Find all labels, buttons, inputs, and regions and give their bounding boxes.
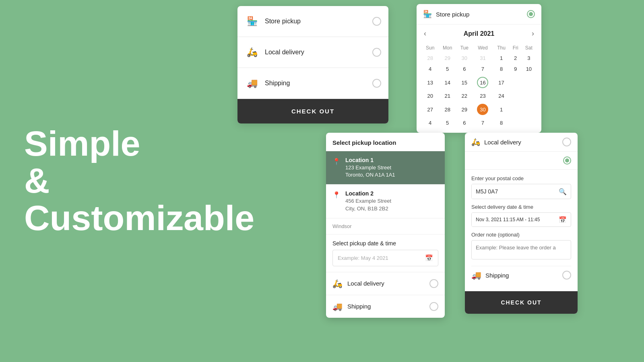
cal-day[interactable]: 7 — [473, 64, 493, 74]
cal-day[interactable]: 28 — [422, 53, 438, 63]
cal-day[interactable]: 1 — [493, 102, 509, 117]
local-delivery-label-p3: Local delivery — [347, 280, 429, 287]
hero-text: Simple & Customizable — [24, 125, 258, 237]
cal-day[interactable]: 22 — [457, 91, 472, 101]
postal-code-input-row[interactable]: 🔍 — [471, 184, 571, 199]
p4-local-delivery-row[interactable]: 🛵 Local delivery — [465, 133, 578, 152]
cal-day[interactable]: 2 — [510, 53, 521, 63]
cal-day[interactable]: 30 — [457, 53, 472, 63]
cal-day[interactable]: 15 — [457, 75, 472, 90]
date-time-section: Select pickup date & time Example: May 4… — [326, 234, 445, 272]
cal-mon: Mon — [439, 43, 456, 52]
local-delivery-radio-p3[interactable] — [429, 279, 438, 288]
local-delivery-radio[interactable] — [372, 48, 381, 57]
prev-month-button[interactable]: ‹ — [421, 29, 429, 39]
calendar: ‹ April 2021 › Sun Mon Tue Wed Thu Fri S… — [417, 25, 541, 133]
cal-day-selected[interactable]: 30 — [473, 102, 493, 117]
calendar-input-icon: 📅 — [555, 216, 571, 224]
shipping-radio-p3[interactable] — [429, 302, 438, 311]
delivery-date-input-row[interactable]: 📅 — [471, 212, 571, 227]
local-delivery-option[interactable]: 🛵 Local delivery — [237, 37, 388, 68]
shipping-option[interactable]: 🚚 Shipping — [237, 68, 388, 99]
cal-day[interactable]: 6 — [457, 64, 472, 74]
shipping-row-p3[interactable]: 🚚 Shipping — [326, 295, 445, 318]
p4-selected-option-row[interactable] — [465, 152, 578, 170]
store-pickup-radio[interactable] — [372, 17, 381, 26]
cal-day[interactable]: 8 — [493, 118, 509, 128]
cal-day[interactable] — [522, 102, 536, 117]
cal-day[interactable]: 29 — [457, 102, 472, 117]
checkout-button-p4[interactable]: CHECK OUT — [465, 291, 578, 314]
calendar-grid: Sun Mon Tue Wed Thu Fri Sat 28 29 30 31 … — [421, 43, 537, 129]
cal-day[interactable]: 21 — [439, 91, 456, 101]
cal-day[interactable]: 27 — [422, 102, 438, 117]
postal-code-input[interactable] — [472, 184, 555, 199]
shipping-radio[interactable] — [372, 79, 381, 88]
date-input[interactable]: Example: May 4 2021 📅 — [332, 250, 438, 266]
shipping-options-panel: 🏪 Store pickup 🛵 Local delivery 🚚 Shippi… — [237, 6, 388, 123]
cal-day[interactable]: 14 — [439, 75, 456, 90]
store-pickup-option[interactable]: 🏪 Store pickup — [237, 6, 388, 37]
cal-day[interactable] — [510, 75, 521, 90]
cal-day[interactable]: 13 — [422, 75, 438, 90]
delivery-date-input[interactable] — [472, 213, 555, 226]
location-2-item[interactable]: 📍 Location 2 456 Example Street City, ON… — [326, 184, 445, 218]
cal-day[interactable]: 5 — [439, 118, 456, 128]
cal-day[interactable]: 31 — [473, 53, 493, 63]
checkout-button[interactable]: CHECK OUT — [237, 99, 388, 123]
cal-day[interactable]: 23 — [473, 91, 493, 101]
cal-wed: Wed — [473, 43, 493, 52]
location-1-name: Location 1 — [345, 157, 395, 163]
cal-day[interactable] — [522, 75, 536, 90]
cal-day[interactable]: 4 — [422, 118, 438, 128]
cal-week-5: 27 28 29 30 1 — [422, 102, 536, 117]
cal-day[interactable]: 8 — [493, 64, 509, 74]
cal-day[interactable]: 29 — [439, 53, 456, 63]
shipping-option-row[interactable]: 🚚 Shipping — [471, 266, 571, 284]
date-placeholder: Example: May 4 2021 — [338, 255, 425, 261]
cal-day[interactable]: 1 — [493, 53, 509, 63]
shipping-label-p3: Shipping — [347, 303, 429, 310]
cal-day[interactable]: 5 — [439, 64, 456, 74]
local-delivery-icon-p3: 🛵 — [332, 279, 343, 288]
location-1-item[interactable]: 📍 Location 1 123 Example Street Toronto,… — [326, 151, 445, 184]
local-delivery-row[interactable]: 🛵 Local delivery — [326, 272, 445, 295]
cal-day[interactable]: 28 — [439, 102, 456, 117]
calendar-panel-header: 🏪 Store pickup — [417, 4, 541, 25]
cal-day[interactable] — [510, 91, 521, 101]
cal-day[interactable]: 6 — [457, 118, 472, 128]
cal-day[interactable]: 10 — [522, 64, 536, 74]
hero-line2: & — [24, 162, 258, 200]
shipping-icon-p3: 🚚 — [332, 302, 343, 311]
cal-fri: Fri — [510, 43, 521, 52]
cal-day[interactable]: 20 — [422, 91, 438, 101]
shipping-radio-p4[interactable] — [562, 271, 571, 280]
shipping-label-p4: Shipping — [485, 272, 562, 279]
cal-day[interactable]: 24 — [493, 91, 509, 101]
store-pickup-radio-filled[interactable] — [527, 10, 535, 18]
cal-day[interactable] — [510, 118, 521, 128]
cal-day[interactable] — [522, 91, 536, 101]
p4-selected-radio[interactable] — [563, 156, 571, 165]
next-month-button[interactable]: › — [529, 29, 537, 39]
calendar-icon: 📅 — [425, 254, 433, 262]
order-note-textarea[interactable] — [471, 240, 571, 259]
location-3-partial[interactable]: Windsor — [326, 218, 445, 234]
cal-day[interactable]: 4 — [422, 64, 438, 74]
cal-day[interactable] — [510, 102, 521, 117]
cal-day[interactable]: 3 — [522, 53, 536, 63]
hero-line3: Customizable — [24, 200, 258, 237]
store-icon-sm: 🏪 — [423, 10, 432, 19]
store-pickup-icon: 🏪 — [245, 14, 259, 29]
cal-day-today[interactable]: 16 — [473, 75, 493, 90]
cal-day[interactable]: 17 — [493, 75, 509, 90]
calendar-store-pickup-label: Store pickup — [436, 11, 527, 18]
p4-local-radio[interactable] — [562, 138, 571, 146]
cal-day[interactable]: 7 — [473, 118, 493, 128]
cal-day[interactable]: 9 — [510, 64, 521, 74]
cal-day[interactable] — [522, 118, 536, 128]
calendar-nav: ‹ April 2021 › — [421, 29, 537, 39]
cal-week-4: 20 21 22 23 24 — [422, 91, 536, 101]
p4-local-label: Local delivery — [484, 139, 562, 146]
calendar-month: April 2021 — [464, 30, 494, 37]
